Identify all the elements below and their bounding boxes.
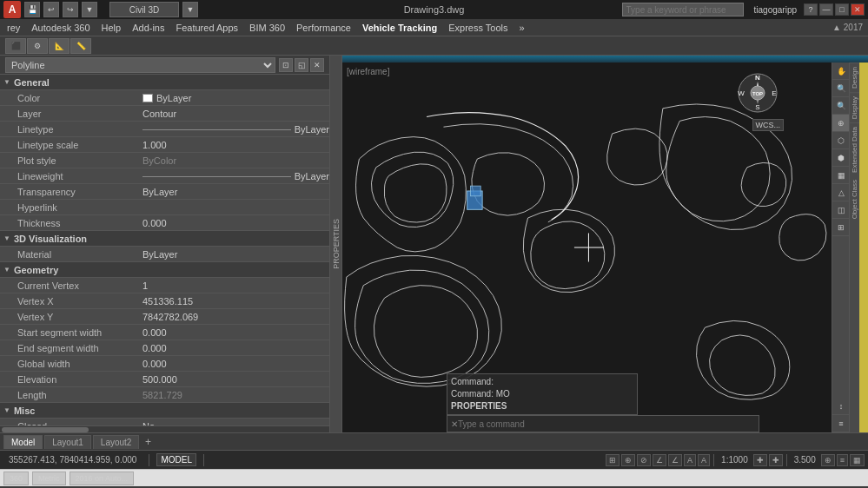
tab-model[interactable]: Model [3, 435, 43, 449]
rtool-4[interactable]: △ [832, 184, 850, 201]
menu-rey[interactable]: rey [2, 21, 25, 35]
tab-design[interactable]: Design [850, 63, 859, 92]
rtool-6[interactable]: ⊞ [832, 219, 850, 236]
menu-performance[interactable]: Performance [291, 21, 356, 35]
properties-content: ▼ General Color ByLayer Layer Contour Li… [0, 75, 329, 425]
status-zoom-btn[interactable]: ⊕ [821, 454, 835, 466]
wcs-label[interactable]: WCS... [752, 119, 785, 131]
section-general[interactable]: ▼ General [0, 75, 329, 90]
toggle-btn[interactable]: ✕ [310, 58, 324, 72]
taskbar-autocad[interactable]: 2016 on Auto... [70, 472, 135, 485]
status-dynin-btn[interactable]: A [684, 454, 696, 466]
menu-addins[interactable]: Add-ins [127, 21, 169, 35]
redo-btn[interactable]: ↪ [63, 2, 78, 17]
status-polar-btn[interactable]: ∠ [653, 454, 666, 466]
prop-hyperlink[interactable]: Hyperlink [0, 200, 329, 215]
command-input-bar: ✕ [447, 415, 759, 432]
pick-btn[interactable]: ⊡ [279, 58, 293, 72]
tab-display[interactable]: Display [850, 92, 859, 122]
status-linewidth-btn[interactable]: A [698, 454, 710, 466]
ribbon-btn-2[interactable]: ⚙ [27, 38, 48, 54]
prop-vertex-x[interactable]: Vertex X 451336.115 [0, 293, 329, 309]
command-input-field[interactable] [458, 419, 755, 429]
add-tab-btn[interactable]: + [141, 435, 155, 449]
status-ortho-btn[interactable]: ⊘ [637, 454, 651, 466]
rtool-3[interactable]: ▦ [832, 167, 850, 184]
ribbon-btn-3[interactable]: 📐 [49, 38, 70, 54]
viewport-canvas[interactable]: [wireframe] [342, 63, 832, 432]
menu-help[interactable]: Help [96, 21, 127, 35]
civil3d-dropdown[interactable]: Civil 3D [109, 2, 179, 17]
prop-thickness[interactable]: Thickness 0.000 [0, 215, 329, 231]
rtool-5[interactable]: ◫ [832, 201, 850, 219]
menu-express-tools[interactable]: Express Tools [443, 21, 513, 35]
maximize-btn[interactable]: □ [835, 3, 849, 16]
search-input[interactable] [622, 3, 744, 16]
tab-extended-data[interactable]: Extended Data [850, 122, 859, 176]
prop-closed[interactable]: Closed No [0, 419, 329, 425]
prop-transparency[interactable]: Transparency ByLayer [0, 184, 329, 200]
prop-vertex-y[interactable]: Vertex Y 7842782.069 [0, 309, 329, 325]
rtool-bottom-2[interactable]: ≡ [832, 415, 850, 432]
status-scale-label[interactable]: 1:1000 [718, 454, 752, 466]
section-geometry[interactable]: ▼ Geometry [0, 262, 329, 278]
taskbar-360[interactable]: 360 [3, 472, 29, 485]
rtool-zoom-out[interactable]: 🔍 [832, 97, 850, 115]
prop-current-vertex-value: 1 [139, 280, 329, 291]
undo-btn[interactable]: ↩ [43, 2, 59, 17]
prop-color[interactable]: Color ByLayer [0, 90, 329, 106]
tab-layout2[interactable]: Layout2 [93, 435, 140, 449]
ribbon-btn-1[interactable]: ⬛ [5, 38, 26, 54]
rtool-orbit[interactable]: ⊕ [832, 115, 850, 132]
prop-lineweight[interactable]: Lineweight ByLayer [0, 168, 329, 184]
tab-layout1[interactable]: Layout1 [44, 435, 91, 449]
prop-layer[interactable]: Layer Contour [0, 106, 329, 122]
tab-object-class[interactable]: Object Class [850, 176, 859, 222]
workspace-btn[interactable]: ▼ [182, 2, 198, 17]
menu-bim360[interactable]: BIM 360 [244, 21, 290, 35]
status-grid-btn[interactable]: ⊞ [606, 454, 620, 466]
prop-linetype[interactable]: Linetype ByLayer [0, 122, 329, 137]
ribbon-btn-4[interactable]: 📏 [70, 38, 91, 54]
prop-global-width[interactable]: Global width 0.000 [0, 356, 329, 372]
rtool-1[interactable]: ⬡ [832, 132, 850, 149]
more-btn[interactable]: ▼ [82, 2, 97, 17]
rtool-zoom-in[interactable]: 🔍 [832, 80, 850, 97]
rtool-2[interactable]: ⬢ [832, 149, 850, 167]
section-misc[interactable]: ▼ Misc [0, 403, 329, 419]
menu-vehicle-tracking[interactable]: Vehicle Tracking [357, 21, 442, 35]
prop-end-seg-width[interactable]: End segment width 0.000 [0, 340, 329, 356]
prop-plot-style[interactable]: Plot style ByColor [0, 153, 329, 168]
menu-autodesk360[interactable]: Autodesk 360 [26, 21, 95, 35]
prop-start-seg-width[interactable]: Start segment width 0.000 [0, 325, 329, 340]
select-btn[interactable]: ◱ [295, 58, 308, 72]
status-minus-btn[interactable]: ✚ [769, 454, 783, 466]
prop-linetype-scale[interactable]: Linetype scale 1.000 [0, 137, 329, 153]
status-menu-btn[interactable]: ≡ [837, 454, 848, 466]
prop-global-width-label: Global width [0, 359, 139, 369]
prop-material-label: Material [0, 249, 139, 260]
section-3d-viz[interactable]: ▼ 3D Visualization [0, 231, 329, 247]
status-snap-btn[interactable]: ⊕ [621, 454, 635, 466]
prop-start-seg-width-label: Start segment width [0, 327, 139, 338]
close-btn[interactable]: ✕ [851, 3, 865, 16]
object-type-select[interactable]: Polyline [5, 57, 275, 73]
prop-material[interactable]: Material ByLayer [0, 247, 329, 262]
menu-featured[interactable]: Featured Apps [170, 21, 243, 35]
prop-current-vertex[interactable]: Current Vertex 1 [0, 278, 329, 293]
prop-length[interactable]: Length 5821.729 [0, 387, 329, 403]
quick-save-btn[interactable]: 💾 [24, 2, 40, 17]
status-isnap-btn[interactable]: ∠ [668, 454, 682, 466]
taskbar-metric[interactable]: Metric [32, 472, 66, 485]
command-close-btn[interactable]: ✕ [451, 419, 458, 429]
help-btn[interactable]: ? [804, 3, 818, 16]
properties-side-tab[interactable]: PROPERTIES [330, 56, 342, 432]
prop-elevation[interactable]: Elevation 500.000 [0, 372, 329, 387]
rtool-bottom-1[interactable]: ↕ [832, 398, 850, 415]
status-grid-btn2[interactable]: ▦ [850, 454, 865, 466]
status-plus-btn[interactable]: ✚ [753, 454, 767, 466]
status-model-label[interactable]: MODEL [156, 453, 196, 466]
rtool-pan[interactable]: ✋ [832, 63, 850, 80]
menu-more[interactable]: » [514, 21, 530, 35]
minimize-btn[interactable]: — [819, 3, 833, 16]
